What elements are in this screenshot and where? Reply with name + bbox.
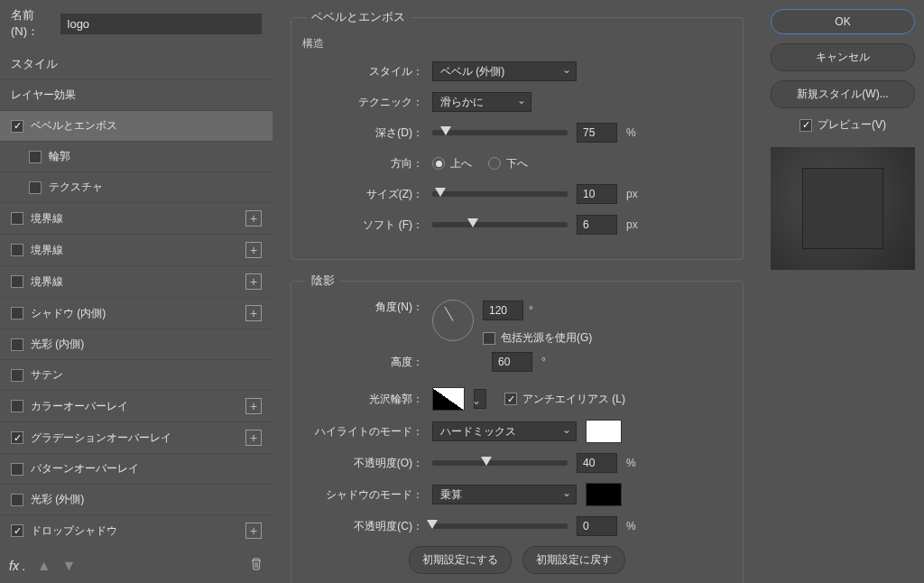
style-checkbox-2[interactable]	[29, 151, 42, 163]
move-down-icon[interactable]: ▼	[62, 558, 77, 574]
new-style-button[interactable]: 新規スタイル(W)...	[771, 80, 915, 108]
style-item-2[interactable]: 輪郭	[0, 141, 273, 171]
angle-input[interactable]	[483, 301, 523, 320]
move-up-icon[interactable]: ▲	[37, 558, 51, 574]
style-item-12[interactable]: パターンオーバーレイ	[0, 453, 273, 484]
style-checkbox-11[interactable]	[11, 431, 23, 444]
style-checkbox-1[interactable]	[11, 120, 23, 133]
add-effect-icon[interactable]: +	[245, 398, 262, 414]
angle-dial[interactable]	[432, 300, 474, 341]
style-item-1[interactable]: ベベルとエンボス	[0, 110, 273, 141]
style-label-8: 光彩 (内側)	[31, 337, 84, 352]
group-title: ベベルとエンボス	[306, 9, 411, 25]
style-item-8[interactable]: 光彩 (内側)	[0, 329, 273, 359]
style-item-3[interactable]: テクスチャ	[0, 171, 273, 202]
style-checkbox-8[interactable]	[11, 338, 23, 351]
shading-title: 陰影	[306, 273, 340, 289]
name-input[interactable]	[60, 14, 262, 34]
shadow-opacity-input[interactable]	[577, 516, 617, 536]
style-item-10[interactable]: カラーオーバーレイ+	[0, 390, 273, 421]
style-label-2: 輪郭	[49, 149, 70, 164]
technique-select[interactable]: 滑らかに	[432, 92, 531, 112]
ok-button[interactable]: OK	[771, 9, 915, 34]
add-effect-icon[interactable]: +	[245, 242, 262, 258]
altitude-unit: °	[541, 356, 546, 368]
add-effect-icon[interactable]: +	[245, 210, 262, 227]
direction-label: 方向：	[306, 156, 423, 171]
style-header: スタイル	[0, 47, 273, 79]
direction-up-radio[interactable]: 上へ	[432, 156, 472, 171]
soft-input[interactable]	[577, 215, 617, 235]
angle-unit: °	[529, 304, 533, 317]
style-label-7: シャドウ (内側)	[31, 306, 106, 321]
contour-dropdown[interactable]	[474, 389, 486, 409]
style-select[interactable]: ベベル (外側)	[432, 61, 577, 81]
angle-label: 角度(N)：	[306, 300, 423, 315]
depth-label: 深さ(D)：	[306, 125, 423, 141]
style-label-11: グラデーションオーバーレイ	[31, 430, 171, 446]
style-checkbox-10[interactable]	[11, 400, 23, 412]
highlight-color-swatch[interactable]	[586, 420, 622, 443]
highlight-opacity-input[interactable]	[577, 453, 617, 473]
fx-icon[interactable]: fx .	[9, 559, 26, 573]
highlight-mode-select[interactable]: ハードミックス	[432, 421, 577, 441]
style-item-4[interactable]: 境界線+	[0, 202, 273, 234]
style-checkbox-6[interactable]	[11, 275, 23, 288]
shadow-opacity-label: 不透明度(C)：	[306, 519, 423, 534]
style-checkbox-12[interactable]	[11, 463, 23, 476]
shadow-mode-label: シャドウのモード：	[306, 487, 423, 503]
size-slider[interactable]	[432, 191, 568, 197]
style-item-13[interactable]: 光彩 (外側)	[0, 484, 273, 514]
style-label-3: テクスチャ	[49, 180, 103, 195]
add-effect-icon[interactable]: +	[245, 305, 262, 321]
style-checkbox-3[interactable]	[29, 181, 42, 194]
add-effect-icon[interactable]: +	[245, 273, 262, 290]
cancel-button[interactable]: キャンセル	[771, 43, 915, 71]
style-checkbox-5[interactable]	[11, 244, 23, 256]
add-effect-icon[interactable]: +	[245, 523, 262, 539]
style-item-14[interactable]: ドロップシャドウ+	[0, 514, 273, 546]
style-item-9[interactable]: サテン	[0, 359, 273, 390]
highlight-mode-label: ハイライトのモード：	[306, 424, 423, 440]
shadow-mode-select[interactable]: 乗算	[432, 485, 577, 504]
preview-checkbox[interactable]	[799, 119, 812, 132]
style-checkbox-9[interactable]	[11, 369, 23, 382]
shadow-opacity-slider[interactable]	[432, 523, 568, 529]
depth-slider[interactable]	[432, 130, 568, 135]
soft-slider[interactable]	[432, 222, 568, 227]
style-item-7[interactable]: シャドウ (内側)+	[0, 297, 273, 329]
style-checkbox-13[interactable]	[11, 494, 23, 506]
style-label-10: カラーオーバーレイ	[31, 399, 128, 414]
highlight-opacity-slider[interactable]	[432, 460, 568, 466]
technique-label: テクニック：	[306, 95, 423, 110]
preview-box	[771, 147, 915, 270]
style-label: スタイル：	[306, 64, 423, 79]
size-label: サイズ(Z)：	[306, 187, 423, 202]
style-item-6[interactable]: 境界線+	[0, 265, 273, 297]
size-input[interactable]	[577, 184, 617, 204]
style-checkbox-7[interactable]	[11, 307, 23, 319]
bevel-emboss-group: ベベルとエンボス 構造 スタイル： ベベル (外側) テクニック： 滑らかに 深…	[291, 9, 744, 260]
make-default-button[interactable]: 初期設定にする	[409, 546, 512, 574]
style-item-11[interactable]: グラデーションオーバーレイ+	[0, 421, 273, 453]
highlight-opacity-label: 不透明度(O)：	[306, 456, 423, 471]
style-checkbox-14[interactable]	[11, 524, 23, 537]
style-item-0[interactable]: レイヤー効果	[0, 79, 273, 110]
trash-icon[interactable]	[249, 557, 263, 574]
add-effect-icon[interactable]: +	[245, 430, 262, 446]
direction-down-radio[interactable]: 下へ	[488, 156, 528, 171]
depth-unit: %	[626, 126, 636, 139]
style-item-5[interactable]: 境界線+	[0, 234, 273, 265]
altitude-input[interactable]	[492, 352, 532, 372]
style-label-0: レイヤー効果	[11, 88, 76, 103]
gloss-contour-picker[interactable]	[432, 387, 465, 411]
reset-default-button[interactable]: 初期設定に戻す	[522, 546, 625, 574]
shadow-color-swatch[interactable]	[586, 483, 622, 506]
style-checkbox-4[interactable]	[11, 212, 23, 225]
antialias-checkbox[interactable]	[504, 393, 517, 405]
depth-input[interactable]	[577, 123, 617, 143]
shading-group: 陰影 角度(N)： ° 包括光源を使用(G) 高度：	[291, 273, 744, 583]
global-light-checkbox[interactable]	[483, 332, 495, 345]
style-label-13: 光彩 (外側)	[31, 492, 84, 507]
preview-label: プレビュー(V)	[818, 117, 886, 133]
